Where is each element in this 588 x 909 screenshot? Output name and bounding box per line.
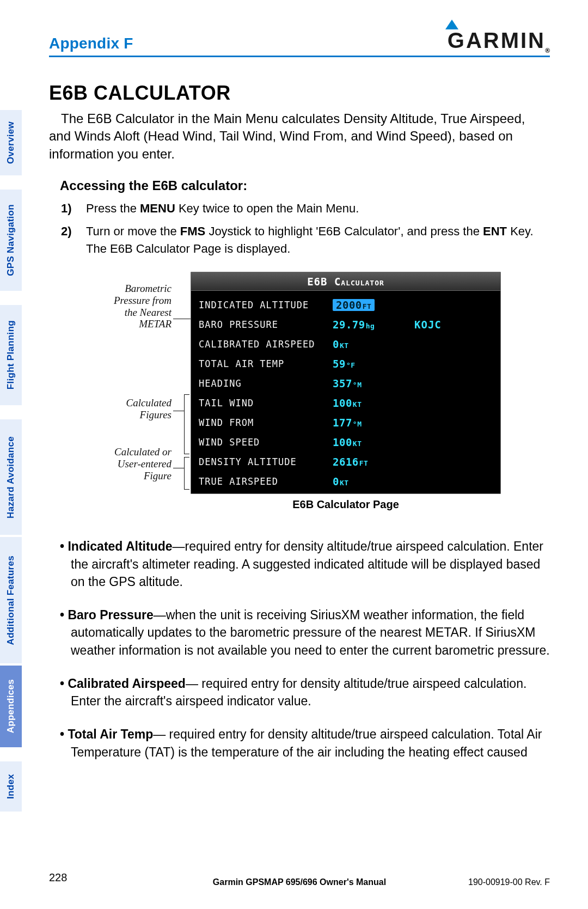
e6b-row-label: BARO PRESSURE — [199, 319, 333, 330]
callout-calc-line — [173, 411, 184, 411]
e6b-row-label: HEADING — [199, 378, 333, 389]
step-item: 1)Press the MENU Key twice to open the M… — [61, 200, 550, 217]
e6b-row-label: TOTAL AIR TEMP — [199, 358, 333, 369]
definition-term: Calibrated Airspeed — [68, 676, 185, 691]
side-tab-overview[interactable]: Overview — [0, 109, 22, 176]
callout-user-line — [173, 468, 184, 468]
step-number: 1) — [61, 200, 86, 217]
e6b-row: DENSITY ALTITUDE2616FT — [191, 452, 500, 472]
subheading: Accessing the E6B calculator: — [60, 178, 550, 193]
side-tab-label: Additional Features — [5, 556, 16, 645]
e6b-row-value: 100KT — [333, 397, 414, 409]
side-tab-label: Appendices — [5, 679, 16, 733]
definition-item: Calibrated Airspeed— required entry for … — [60, 675, 550, 710]
callout-calc: Calculated Figures — [109, 397, 171, 421]
definition-item: Indicated Altitude—required entry for de… — [60, 538, 550, 591]
callout-user: Calculated or User-entered Figure — [109, 446, 171, 482]
e6b-screenshot-title: E6B Calculator — [191, 272, 500, 291]
e6b-row-label: TAIL WIND — [199, 398, 333, 408]
e6b-row: TRUE AIRSPEED0KT — [191, 472, 500, 491]
e6b-row: INDICATED ALTITUDE2000FT — [191, 295, 500, 315]
e6b-row-value: 357°M — [333, 377, 414, 389]
side-tab-label: Overview — [5, 121, 16, 164]
definition-term: Baro Pressure — [68, 608, 153, 622]
e6b-row: TOTAL AIR TEMP59°F — [191, 354, 500, 374]
e6b-row-value: 0KT — [333, 475, 414, 487]
e6b-row: HEADING357°M — [191, 374, 500, 393]
e6b-row-value: 177°M — [333, 417, 414, 429]
side-tab-label: Index — [5, 774, 16, 799]
e6b-row-value[interactable]: 2000FT — [333, 299, 414, 311]
side-tab-label: Flight Planning — [5, 320, 16, 389]
e6b-row-value: 0KT — [333, 338, 414, 350]
callout-baro-line — [173, 319, 191, 319]
header-rule — [49, 56, 550, 57]
e6b-row-extra: KOJC — [414, 319, 442, 331]
callout-user-brace — [184, 457, 185, 490]
page-title: E6B CALCULATOR — [49, 82, 550, 105]
callout-calc-brace — [184, 394, 185, 454]
intro-paragraph: The E6B Calculator in the Main Menu calc… — [49, 110, 550, 163]
side-tab-hazard-avoidance[interactable]: Hazard Avoidance — [0, 418, 22, 536]
garmin-logo: GARMIN — [448, 28, 546, 53]
e6b-row-value: 59°F — [333, 358, 414, 370]
definition-item: Total Air Temp— required entry for densi… — [60, 725, 550, 761]
e6b-row: CALIBRATED AIRSPEED0KT — [191, 334, 500, 354]
step-text: Press the MENU Key twice to open the Mai… — [86, 200, 550, 217]
e6b-row-label: CALIBRATED AIRSPEED — [199, 339, 333, 350]
e6b-row: TAIL WIND100KT — [191, 393, 500, 413]
e6b-row-label: WIND FROM — [199, 417, 333, 428]
e6b-row-label: TRUE AIRSPEED — [199, 476, 333, 487]
e6b-row-label: DENSITY ALTITUDE — [199, 456, 333, 467]
e6b-row-value: 29.79hg — [333, 319, 414, 331]
e6b-row-label: WIND SPEED — [199, 437, 333, 448]
e6b-row: WIND FROM177°M — [191, 413, 500, 432]
e6b-screenshot: E6B Calculator INDICATED ALTITUDE2000FTB… — [191, 272, 501, 494]
e6b-row-label: INDICATED ALTITUDE — [199, 300, 333, 310]
e6b-row: WIND SPEED100KT — [191, 432, 500, 452]
step-item: 2)Turn or move the FMS Joystick to highl… — [61, 223, 550, 258]
definition-term: Indicated Altitude — [68, 539, 172, 553]
e6b-row: BARO PRESSURE29.79hgKOJC — [191, 315, 500, 334]
side-tab-appendices[interactable]: Appendices — [0, 664, 22, 748]
step-text: Turn or move the FMS Joystick to highlig… — [86, 223, 550, 258]
callout-baro: Barometric Pressure from the Nearest MET… — [109, 283, 171, 330]
side-tab-label: Hazard Avoidance — [5, 436, 16, 518]
e6b-row-value: 2616FT — [333, 456, 414, 468]
definition-item: Baro Pressure—when the unit is receiving… — [60, 606, 550, 660]
e6b-row-value: 100KT — [333, 436, 414, 448]
side-tab-additional-features[interactable]: Additional Features — [0, 536, 22, 664]
side-tab-label: GPS Navigation — [5, 204, 16, 276]
side-tab-index[interactable]: Index — [0, 760, 22, 813]
side-tab-gps-navigation[interactable]: GPS Navigation — [0, 188, 22, 292]
definition-term: Total Air Temp — [68, 727, 153, 741]
footer-revision: 190-00919-00 Rev. F — [468, 877, 550, 887]
screenshot-caption: E6B Calculator Page — [191, 498, 501, 511]
side-tab-flight-planning[interactable]: Flight Planning — [0, 304, 22, 406]
garmin-registered: ® — [545, 47, 550, 54]
step-number: 2) — [61, 223, 86, 258]
